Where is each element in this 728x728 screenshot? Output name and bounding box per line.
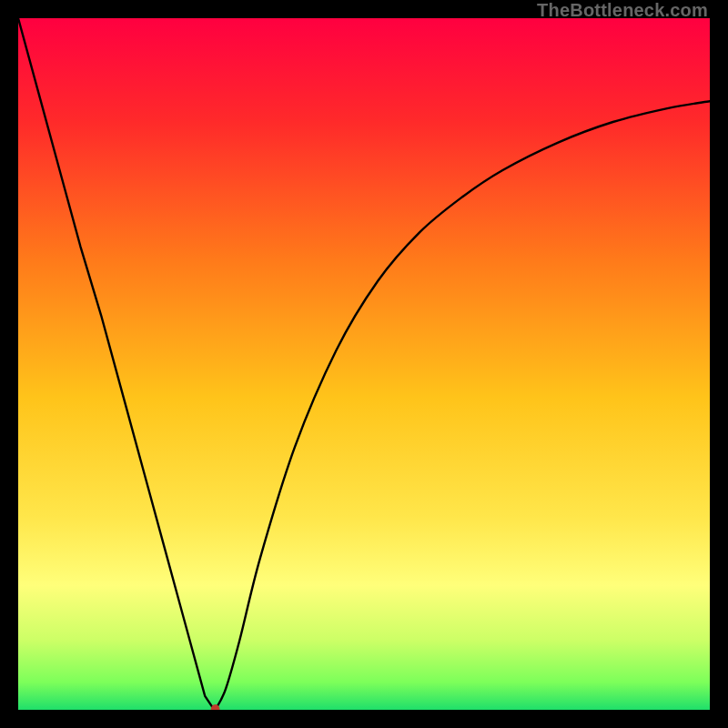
chart-container: TheBottleneck.com bbox=[0, 0, 728, 728]
plot-area bbox=[18, 18, 710, 710]
chart-svg bbox=[18, 18, 710, 710]
chart-background bbox=[18, 18, 710, 710]
